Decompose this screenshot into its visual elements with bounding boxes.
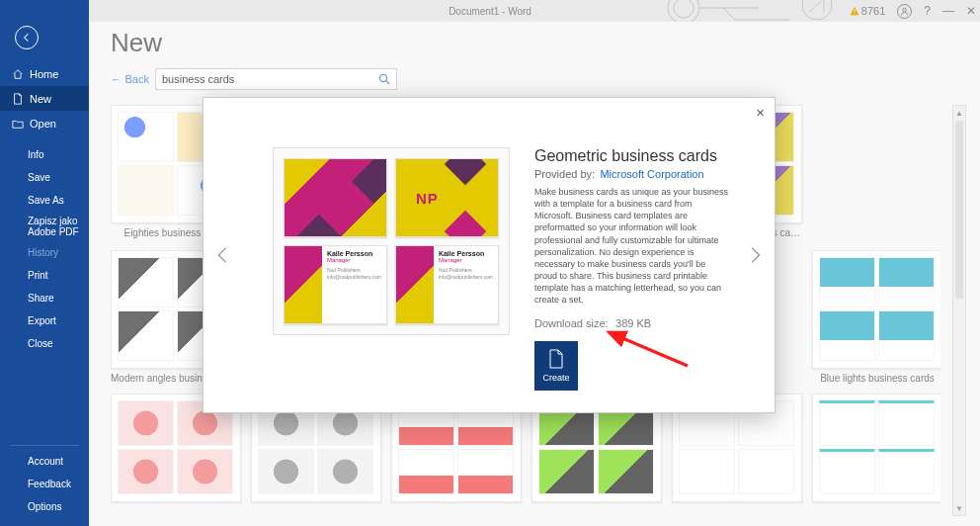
sidebar-bottom: AccountFeedbackOptions: [0, 445, 89, 518]
window-title: Document1 - Word: [449, 6, 531, 17]
template-provider: Provided by: Microsoft Corporation: [534, 168, 730, 180]
nav-zapisz-jako-adobe-pdf[interactable]: Zapisz jakoAdobe PDF: [0, 212, 89, 241]
prev-template-arrow[interactable]: [209, 241, 237, 269]
svg-rect-4: [854, 13, 855, 14]
preview-card: Kalle PerssonManagerNod Publishersinfo@n…: [284, 245, 387, 324]
account-icon[interactable]: [897, 4, 912, 19]
nav-open[interactable]: Open: [0, 111, 89, 135]
nav-new[interactable]: New: [0, 86, 89, 111]
window-controls: 8761 ? — ✕: [850, 0, 976, 22]
nav-save[interactable]: Save: [0, 166, 89, 189]
next-template-arrow[interactable]: [741, 241, 769, 269]
svg-point-0: [668, 0, 699, 24]
template-preview: NodPublishers NP Kalle PerssonManagerNod…: [273, 147, 510, 335]
nav-export[interactable]: Export: [0, 309, 89, 332]
nav-info[interactable]: Info: [0, 143, 89, 166]
close-icon[interactable]: ✕: [751, 104, 769, 122]
preview-card: NP: [395, 158, 499, 237]
back-button[interactable]: [15, 26, 39, 49]
close-button[interactable]: ✕: [966, 4, 976, 18]
create-button[interactable]: Create: [534, 341, 578, 391]
nav-home[interactable]: Home: [0, 61, 89, 86]
nav-print[interactable]: Print: [0, 264, 89, 287]
preview-card: Kalle PerssonManagerNod Publishersinfo@n…: [395, 245, 499, 324]
help-icon[interactable]: ?: [924, 4, 931, 18]
svg-rect-3: [854, 9, 855, 12]
provider-link[interactable]: Microsoft Corporation: [600, 168, 703, 180]
nav-save-as[interactable]: Save As: [0, 189, 89, 212]
preview-card: NodPublishers: [284, 158, 387, 237]
title-bar: Document1 - Word 8761 ? — ✕: [0, 0, 980, 22]
nav-options[interactable]: Options: [0, 495, 89, 518]
minimize-button[interactable]: —: [942, 4, 954, 18]
template-description: Make business cards as unique as your bu…: [534, 186, 730, 306]
nav-close[interactable]: Close: [0, 332, 89, 355]
nav-share[interactable]: Share: [0, 287, 89, 309]
svg-line-7: [609, 332, 688, 366]
nav-history: History: [0, 241, 89, 264]
svg-point-1: [674, 0, 694, 18]
annotation-arrow: [603, 326, 692, 372]
nav-feedback[interactable]: Feedback: [0, 473, 89, 495]
svg-point-5: [903, 8, 907, 12]
template-title: Geometric business cards: [534, 147, 730, 165]
svg-point-2: [802, 0, 832, 20]
notification-badge[interactable]: 8761: [850, 5, 885, 17]
nav-account[interactable]: Account: [0, 450, 89, 473]
backstage-sidebar: Home New Open InfoSaveSave AsZapisz jako…: [0, 0, 89, 526]
